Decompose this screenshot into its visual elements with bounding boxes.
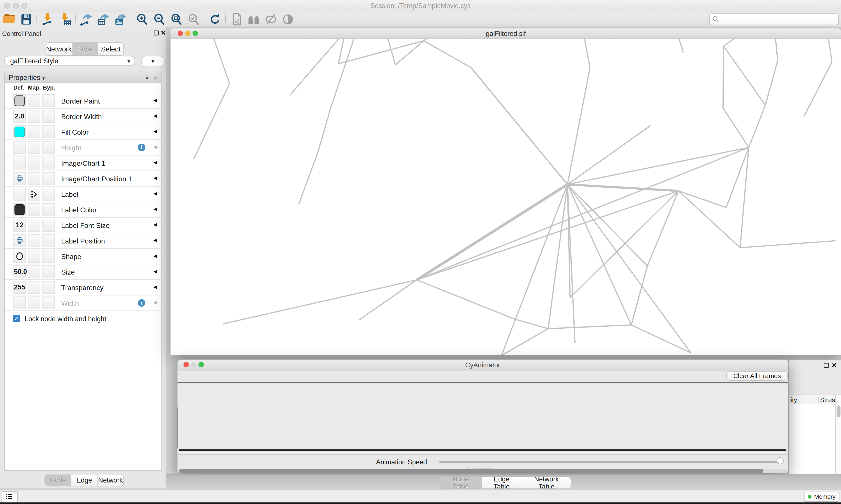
default-value-cell[interactable]: 255 <box>13 281 25 294</box>
mapping-cell[interactable] <box>28 219 40 232</box>
network-window-titlebar[interactable]: galFiltered.sif <box>171 29 841 39</box>
hide-details-icon[interactable] <box>264 12 278 26</box>
bypass-cell[interactable] <box>42 141 55 154</box>
float-panel-icon[interactable] <box>824 363 829 368</box>
zoom-out-icon[interactable] <box>153 12 166 26</box>
property-row[interactable]: Widthi◀ <box>5 295 161 310</box>
default-value-cell[interactable] <box>13 187 25 201</box>
bypass-cell[interactable] <box>42 219 55 232</box>
export-image-icon[interactable] <box>114 12 128 26</box>
close-panel-icon[interactable]: × <box>161 30 165 35</box>
mapping-cell[interactable] <box>28 157 40 169</box>
cp-tab-node[interactable]: Node <box>45 474 71 486</box>
speed-slider-handle[interactable] <box>776 457 784 464</box>
contrast-icon[interactable] <box>281 12 295 26</box>
property-row[interactable]: 12Label Font Size◀ <box>5 217 161 233</box>
panel-menu-button[interactable] <box>2 491 18 503</box>
style-select[interactable]: galFiltered Style ▾ <box>4 56 135 66</box>
mapping-cell[interactable] <box>28 296 40 309</box>
clear-all-frames-button[interactable]: Clear All Frames <box>726 371 788 381</box>
property-row[interactable]: Image/Chart 1◀ <box>5 155 161 170</box>
bypass-cell[interactable] <box>42 281 55 294</box>
default-value-cell[interactable] <box>13 94 25 107</box>
collapse-arrow-icon[interactable]: ◀ <box>154 129 157 134</box>
property-row[interactable]: Border Paint◀ <box>5 93 161 108</box>
property-row[interactable]: Shape◀ <box>5 248 161 264</box>
mapping-cell[interactable] <box>28 94 40 107</box>
search-input[interactable] <box>709 13 839 25</box>
timeline-playhead[interactable] <box>178 408 178 448</box>
cyanimator-titlebar[interactable]: CyAnimator <box>178 360 788 371</box>
collapse-arrow-icon[interactable]: ◀ <box>154 144 157 149</box>
export-network-icon[interactable] <box>79 12 93 26</box>
tab-style[interactable]: Style <box>72 43 98 55</box>
collapse-arrow-icon[interactable]: ◀ <box>154 206 157 212</box>
bottom-tab-node-table[interactable]: Node Table <box>441 477 482 488</box>
bottom-tab-edge-table[interactable]: Edge Table <box>481 477 522 488</box>
table-scrollbar-thumb[interactable] <box>837 405 840 417</box>
default-value-cell[interactable]: 50.0 <box>13 265 25 278</box>
column-header[interactable]: Stres <box>820 396 835 404</box>
tab-network[interactable]: Network <box>46 43 72 55</box>
properties-header[interactable]: Properties ▾ « » <box>5 71 161 83</box>
column-header[interactable]: ity <box>791 396 797 404</box>
default-value-cell[interactable]: 2.0 <box>13 110 25 123</box>
mapping-cell[interactable] <box>28 203 40 216</box>
property-row[interactable]: 255Transparency◀ <box>5 280 161 295</box>
collapse-arrow-icon[interactable]: ◀ <box>154 160 157 165</box>
collapse-arrow-icon[interactable]: ◀ <box>154 98 157 103</box>
bypass-cell[interactable] <box>42 265 55 278</box>
zoom-in-icon[interactable] <box>135 12 149 26</box>
default-value-cell[interactable] <box>13 125 25 138</box>
speed-slider-track[interactable] <box>439 461 780 463</box>
property-row[interactable]: Label Color◀ <box>5 202 161 217</box>
bypass-cell[interactable] <box>42 172 55 185</box>
binoculars-icon[interactable] <box>247 12 261 26</box>
property-row[interactable]: Label Position◀ <box>5 233 161 248</box>
zoom-selected-icon[interactable] <box>186 12 201 26</box>
node-table[interactable]: ity Stres | <box>789 395 836 482</box>
cyanimator-timeline[interactable]: Seconds <box>178 384 788 454</box>
close-panel-icon[interactable]: × <box>832 363 836 367</box>
collapse-all-icon[interactable]: » <box>151 76 159 79</box>
collapse-arrow-icon[interactable]: ◀ <box>154 191 157 196</box>
property-row[interactable]: Fill Color◀ <box>5 124 161 140</box>
zoom-fit-icon[interactable] <box>169 12 183 26</box>
save-icon[interactable] <box>19 12 33 26</box>
property-row[interactable]: 50.0Size◀ <box>5 264 161 280</box>
mapping-cell[interactable] <box>28 110 40 123</box>
lock-checkbox[interactable]: ✓ <box>13 315 20 322</box>
default-value-cell[interactable] <box>13 141 25 154</box>
bypass-cell[interactable] <box>42 157 55 169</box>
mapping-cell[interactable] <box>28 234 40 247</box>
default-value-cell[interactable]: 12 <box>13 219 25 232</box>
property-row[interactable]: Heighti◀ <box>5 140 161 155</box>
default-value-cell[interactable] <box>13 234 25 247</box>
collapse-arrow-icon[interactable]: ◀ <box>154 300 157 305</box>
collapse-arrow-icon[interactable]: ◀ <box>154 237 157 243</box>
bypass-cell[interactable] <box>42 234 55 247</box>
open-folder-icon[interactable] <box>2 12 16 26</box>
default-value-cell[interactable] <box>13 296 25 309</box>
mapping-cell[interactable] <box>28 125 40 138</box>
property-row[interactable]: Image/Chart Position 1◀ <box>5 170 161 186</box>
default-value-cell[interactable] <box>13 172 25 185</box>
cp-tab-edge[interactable]: Edge <box>71 474 98 486</box>
tab-select[interactable]: Select <box>98 43 123 55</box>
collapse-arrow-icon[interactable]: ◀ <box>154 284 157 289</box>
property-row[interactable]: Label◀ <box>5 186 161 202</box>
bottom-tab-network-table[interactable]: Network Table <box>522 477 571 488</box>
import-table-icon[interactable] <box>58 12 72 26</box>
bypass-cell[interactable] <box>42 125 55 138</box>
network-document-icon[interactable] <box>230 12 244 26</box>
import-network-icon[interactable] <box>41 12 55 26</box>
bypass-cell[interactable] <box>42 187 55 201</box>
export-table-icon[interactable] <box>96 12 111 26</box>
node-table-header[interactable]: ity Stres | <box>789 395 835 404</box>
bypass-cell[interactable] <box>42 110 55 123</box>
default-value-cell[interactable] <box>13 250 25 263</box>
mapping-cell[interactable] <box>28 141 40 154</box>
collapse-arrow-icon[interactable]: ◀ <box>154 113 157 119</box>
refresh-layout-icon[interactable] <box>208 12 222 26</box>
default-value-cell[interactable] <box>13 157 25 169</box>
